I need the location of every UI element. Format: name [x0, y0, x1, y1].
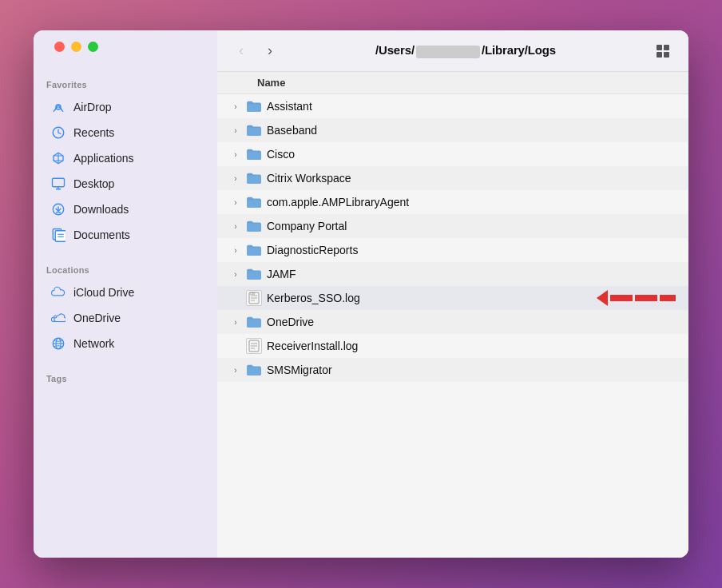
file-name: Cisco	[267, 148, 676, 161]
arrow-head-icon	[597, 290, 608, 306]
sidebar-item-desktop[interactable]: Desktop	[38, 172, 212, 196]
main-content: ‹ › /Users//Library/Logs Name	[217, 30, 688, 558]
downloads-icon	[51, 202, 65, 217]
sidebar-item-onedrive[interactable]: OneDrive	[38, 306, 212, 330]
chevron-icon: ›	[230, 246, 241, 255]
chevron-icon: ›	[230, 270, 241, 279]
sidebar-item-label-network: Network	[73, 337, 114, 350]
folder-icon	[246, 316, 262, 328]
file-name: OneDrive	[267, 316, 676, 328]
sidebar: Favorites AirDrop Recents	[34, 30, 217, 558]
chevron-icon: ›	[230, 222, 241, 231]
sidebar-item-network[interactable]: Network	[38, 332, 212, 356]
recents-icon	[51, 125, 65, 140]
sidebar-item-label-onedrive: OneDrive	[73, 312, 121, 324]
sidebar-item-downloads[interactable]: Downloads	[38, 197, 212, 221]
file-list: › Assistant › Baseband	[217, 94, 688, 558]
svg-rect-12	[55, 231, 65, 242]
file-name: SMSMigrator	[267, 364, 676, 376]
path-redacted	[416, 46, 480, 58]
network-icon	[51, 336, 65, 351]
chevron-icon: ›	[230, 126, 241, 135]
grid-view-icon	[657, 45, 669, 58]
file-name: JAMF	[267, 268, 676, 280]
chevron-icon: ›	[230, 150, 241, 159]
sidebar-item-label-documents: Documents	[73, 228, 130, 241]
path-suffix: /Library/Logs	[482, 43, 556, 57]
folder-icon	[246, 172, 262, 185]
log-file-icon	[246, 338, 262, 354]
arrow-dash-2	[635, 295, 657, 301]
favorites-section-label: Favorites	[34, 70, 217, 94]
file-row[interactable]: › JAMF	[217, 262, 688, 286]
file-row[interactable]: › Assistant	[217, 94, 688, 118]
file-name: Baseband	[267, 124, 676, 137]
grid-view-button[interactable]	[650, 40, 676, 62]
file-row[interactable]: › Cisco	[217, 142, 688, 166]
chevron-icon: ›	[230, 102, 241, 111]
sidebar-item-documents[interactable]: Documents	[38, 223, 212, 247]
file-row[interactable]: › Baseband	[217, 118, 688, 142]
svg-text:LOG: LOG	[250, 292, 256, 296]
file-row[interactable]: › SMSMigrator	[217, 358, 688, 382]
folder-icon	[246, 220, 262, 232]
airdrop-icon	[51, 100, 65, 114]
folder-icon	[246, 148, 262, 161]
chevron-icon: ›	[230, 318, 241, 327]
sidebar-item-airdrop[interactable]: AirDrop	[38, 95, 212, 119]
sidebar-item-label-downloads: Downloads	[73, 203, 129, 216]
file-row[interactable]: › OneDrive	[217, 310, 688, 334]
svg-rect-5	[53, 178, 65, 187]
folder-icon	[246, 244, 262, 256]
close-button[interactable]	[54, 42, 65, 52]
chevron-icon: ›	[230, 366, 241, 375]
locations-section-label: Locations	[34, 256, 217, 280]
back-button[interactable]: ‹	[230, 40, 252, 62]
file-name: Company Portal	[267, 220, 676, 232]
sidebar-item-label-recents: Recents	[73, 126, 114, 139]
arrow-annotation	[597, 290, 676, 306]
file-row[interactable]: › DiagnosticReports	[217, 238, 688, 262]
desktop-icon	[51, 177, 65, 191]
file-name-kerberos: Kerberos_SSO.log	[267, 292, 592, 304]
log-file-icon: LOG	[246, 290, 262, 306]
name-column-header: Name	[257, 77, 285, 89]
folder-icon	[246, 124, 262, 137]
tags-section-label: Tags	[34, 364, 217, 388]
documents-icon	[51, 228, 65, 242]
folder-icon	[246, 364, 262, 376]
file-name: com.apple.AMPLibraryAgent	[267, 196, 676, 209]
file-row[interactable]: › com.apple.AMPLibraryAgent	[217, 190, 688, 214]
folder-icon	[246, 196, 262, 209]
chevron-icon: ›	[230, 198, 241, 207]
onedrive-sidebar-icon	[51, 311, 65, 325]
traffic-lights-group	[54, 42, 98, 52]
sidebar-item-applications[interactable]: Applications	[38, 146, 212, 170]
file-name: Assistant	[267, 100, 676, 113]
sidebar-item-icloud[interactable]: iCloud Drive	[38, 280, 212, 304]
sidebar-item-label-desktop: Desktop	[73, 177, 114, 190]
chevron-icon: ›	[230, 174, 241, 183]
arrow-dash-1	[610, 295, 633, 301]
minimize-button[interactable]	[71, 42, 81, 52]
path-bar: /Users//Library/Logs	[288, 43, 644, 58]
file-row[interactable]: › ReceiverInstall.log	[217, 334, 688, 358]
file-name: DiagnosticReports	[267, 244, 676, 256]
sidebar-item-label-icloud: iCloud Drive	[73, 286, 134, 299]
folder-icon	[246, 100, 262, 113]
forward-button[interactable]: ›	[259, 40, 281, 62]
path-prefix: /Users/	[375, 43, 415, 57]
file-row[interactable]: › Citrix Workspace	[217, 166, 688, 190]
file-row-kerberos[interactable]: › LOG Kerberos_SSO.log	[217, 286, 688, 310]
maximize-button[interactable]	[88, 42, 98, 52]
file-row[interactable]: › Company Portal	[217, 214, 688, 238]
sidebar-item-label-airdrop: AirDrop	[73, 101, 111, 113]
file-name: ReceiverInstall.log	[267, 340, 676, 352]
file-name: Citrix Workspace	[267, 172, 676, 185]
applications-icon	[51, 151, 65, 165]
folder-icon	[246, 268, 262, 280]
toolbar: ‹ › /Users//Library/Logs	[217, 30, 688, 72]
column-header: Name	[217, 72, 688, 94]
arrow-dash-3	[660, 295, 676, 301]
sidebar-item-recents[interactable]: Recents	[38, 121, 212, 145]
